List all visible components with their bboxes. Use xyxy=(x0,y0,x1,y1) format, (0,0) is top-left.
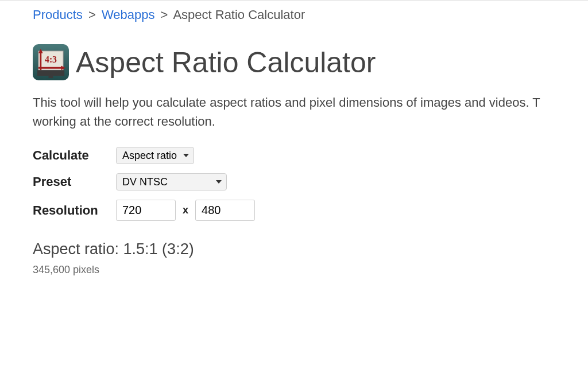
breadcrumb-current: Aspect Ratio Calculator xyxy=(173,7,305,22)
calculate-label: Calculate xyxy=(33,148,116,163)
page-title: Aspect Ratio Calculator xyxy=(76,48,376,77)
resolution-label: Resolution xyxy=(33,203,116,218)
breadcrumb: Products > Webapps > Aspect Ratio Calcul… xyxy=(33,1,588,28)
description: This tool will help you calculate aspect… xyxy=(33,93,588,131)
preset-label: Preset xyxy=(33,174,116,189)
breadcrumb-sep: > xyxy=(86,7,98,22)
preset-select[interactable]: DV NTSC xyxy=(116,173,227,190)
svg-rect-8 xyxy=(49,76,53,78)
x-separator: x xyxy=(183,204,188,216)
svg-text:4:3: 4:3 xyxy=(45,55,57,64)
height-input[interactable] xyxy=(195,200,255,221)
svg-rect-7 xyxy=(37,70,64,76)
breadcrumb-sep: > xyxy=(158,7,171,22)
aspect-ratio-icon: 4:3 xyxy=(33,44,69,80)
breadcrumb-products[interactable]: Products xyxy=(33,7,83,22)
result-pixels: 345,600 pixels xyxy=(33,264,588,276)
result-aspect-ratio: Aspect ratio: 1.5:1 (3:2) xyxy=(33,240,588,258)
breadcrumb-webapps[interactable]: Webapps xyxy=(102,7,155,22)
calculate-select[interactable]: Aspect ratio xyxy=(116,147,194,164)
width-input[interactable] xyxy=(116,200,176,221)
